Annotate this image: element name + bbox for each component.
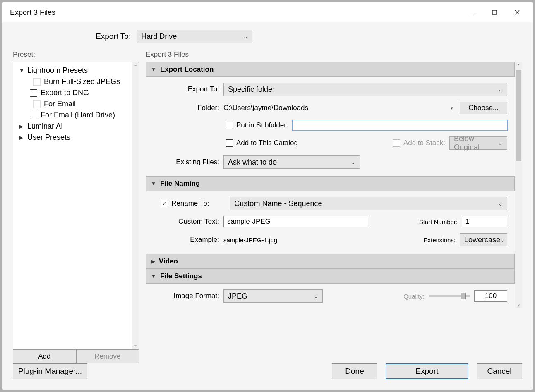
preset-for-email-hd[interactable]: For Email (Hard Drive) [13, 110, 132, 121]
preset-label: Preset: [13, 50, 139, 59]
checkbox-add-catalog[interactable]: Add to This Catalog [226, 139, 298, 147]
section-file-naming-header[interactable]: ▼ File Naming [146, 176, 515, 191]
image-format-label: Image Format: [153, 292, 219, 300]
preset-burn-fullsize[interactable]: Burn Full-Sized JPEGs [13, 76, 132, 87]
scroll-up-icon: ⌃ [515, 62, 522, 69]
disclosure-triangle-icon: ▼ [151, 273, 156, 279]
checkbox-icon [33, 78, 41, 86]
quality-label: Quality: [403, 293, 425, 300]
rename-template-dropdown[interactable]: Custom Name - Sequence ⌄ [230, 197, 507, 210]
preset-add-button[interactable]: Add [13, 349, 76, 363]
image-format-dropdown[interactable]: JPEG ⌄ [223, 289, 323, 303]
chevron-down-icon: ⌄ [351, 159, 355, 165]
chevron-down-icon: ⌄ [500, 237, 505, 243]
export-button[interactable]: Export [386, 363, 468, 379]
existing-files-dropdown[interactable]: Ask what to do ⌄ [223, 155, 360, 169]
quality-input[interactable] [474, 290, 507, 302]
preset-group-user[interactable]: ▶ User Presets [13, 132, 132, 143]
chevron-down-icon: ⌄ [498, 201, 503, 207]
svg-rect-1 [492, 10, 497, 14]
scroll-down-icon: ⌄ [134, 342, 137, 347]
choose-folder-button[interactable]: Choose... [460, 102, 507, 114]
disclosure-triangle-icon: ▼ [151, 67, 156, 72]
scroll-up-icon: ⌃ [134, 64, 137, 69]
close-button[interactable] [506, 4, 528, 21]
quality-slider[interactable] [429, 295, 470, 297]
section-export-location-body: Export To: Specific folder ⌄ Folder: C:\… [146, 77, 515, 176]
scroll-down-icon: ⌄ [515, 300, 522, 308]
start-number-label: Start Number: [419, 218, 458, 225]
folder-path: C:\Users\jayme\Downloads [223, 104, 446, 112]
maximize-button[interactable] [483, 4, 506, 21]
window-title: Export 3 Files [7, 8, 460, 17]
section-video-header[interactable]: ▶ Video [146, 254, 515, 269]
checkbox-icon [30, 89, 37, 97]
export-to-dropdown[interactable]: Hard Drive ⌄ [137, 30, 252, 43]
section-export-location-header[interactable]: ▼ Export Location [146, 62, 515, 77]
stack-position-dropdown: Below Original ⌄ [449, 136, 507, 150]
preset-for-email[interactable]: For Email [13, 98, 132, 110]
checkbox-icon [30, 112, 37, 119]
subfolder-input[interactable] [293, 120, 507, 131]
export-to-label: Export To: [153, 85, 219, 93]
custom-text-label: Custom Text: [153, 218, 219, 226]
preset-remove-button[interactable]: Remove [76, 349, 139, 363]
preset-scrollbar[interactable]: ⌃ ⌄ [132, 62, 139, 349]
custom-text-input[interactable] [223, 216, 368, 227]
preset-group-lightroom[interactable]: ▼ Lightroom Presets [13, 65, 132, 76]
disclosure-triangle-icon: ▼ [19, 67, 24, 74]
done-button[interactable]: Done [332, 363, 377, 379]
checkbox-icon [33, 100, 41, 108]
preset-export-dng[interactable]: Export to DNG [13, 87, 132, 98]
chevron-down-icon: ⌄ [498, 86, 503, 93]
checkbox-subfolder[interactable]: Put in Subfolder: [226, 121, 288, 129]
export-dialog: Export 3 Files Export To: Hard Drive ⌄ [2, 2, 533, 390]
disclosure-triangle-icon: ▼ [151, 181, 156, 186]
export-to-folder-dropdown[interactable]: Specific folder ⌄ [223, 83, 507, 96]
plugin-manager-button[interactable]: Plug-in Manager... [13, 363, 87, 379]
section-file-settings-header[interactable]: ▼ File Settings [146, 269, 515, 284]
titlebar: Export 3 Files [2, 2, 533, 22]
chevron-down-icon[interactable]: ▾ [451, 105, 453, 111]
example-value: sample-JPEG-1.jpg [223, 237, 277, 244]
disclosure-triangle-icon: ▶ [151, 258, 155, 264]
scrollbar-thumb[interactable] [516, 70, 521, 161]
existing-files-label: Existing Files: [153, 158, 219, 166]
dialog-footer: Plug-in Manager... Done Export Cancel [2, 363, 533, 390]
section-file-settings-body: Image Format: JPEG ⌄ Quality: [146, 284, 515, 303]
chevron-down-icon: ⌄ [498, 140, 503, 146]
section-file-naming-body: Rename To: Custom Name - Sequence ⌄ Cust… [146, 191, 515, 254]
example-label: Example: [153, 236, 219, 244]
chevron-down-icon: ⌄ [243, 33, 248, 40]
checkbox-add-stack: Add to Stack: [393, 139, 445, 147]
preset-group-luminar[interactable]: ▶ Luminar AI [13, 121, 132, 132]
start-number-input[interactable] [462, 216, 507, 227]
disclosure-triangle-icon: ▶ [19, 123, 24, 129]
chevron-down-icon: ⌄ [314, 293, 318, 299]
checkbox-rename-to[interactable]: Rename To: [161, 199, 209, 208]
right-pane-label: Export 3 Files [146, 50, 522, 59]
export-to-label: Export To: [96, 32, 131, 41]
disclosure-triangle-icon: ▶ [19, 134, 24, 141]
extensions-label: Extensions: [423, 237, 456, 244]
minimize-button[interactable] [460, 4, 483, 21]
preset-list: ▼ Lightroom Presets Burn Full-Sized JPEG… [13, 62, 139, 349]
cancel-button[interactable]: Cancel [477, 363, 522, 379]
extensions-dropdown[interactable]: Lowercase ⌄ [460, 233, 507, 246]
settings-scrollbar[interactable]: ⌃ ⌄ [515, 62, 522, 308]
folder-label: Folder: [153, 104, 219, 112]
